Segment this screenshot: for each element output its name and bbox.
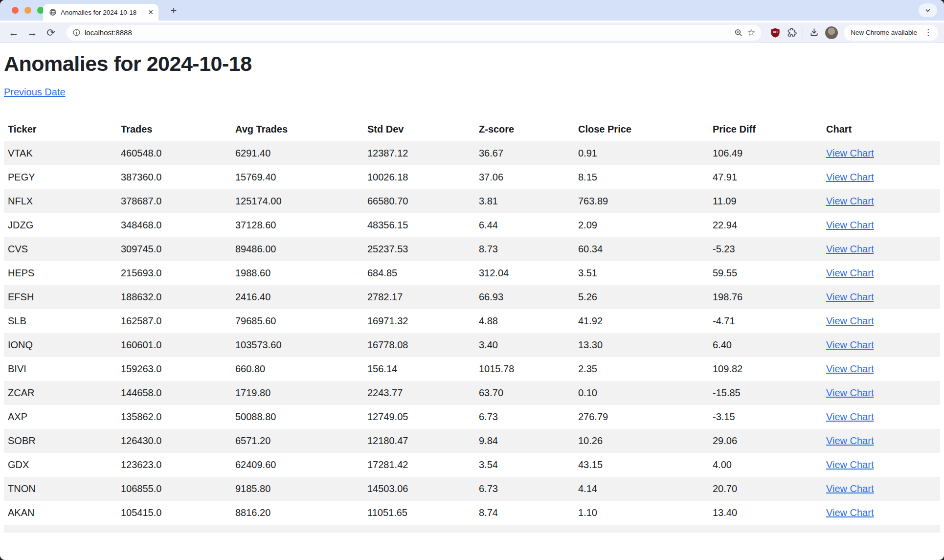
cell-chart: View Chart	[822, 213, 940, 237]
cell-chart: View Chart	[822, 429, 940, 453]
view-chart-link[interactable]: View Chart	[826, 435, 874, 446]
chevron-down-icon	[924, 7, 931, 14]
cell-avg_trades: 2416.40	[231, 285, 363, 309]
table-row: BIVI159263.0660.80156.141015.782.35109.8…	[4, 357, 940, 381]
cell-close_price: 3.51	[574, 261, 709, 285]
browser-menu-icon[interactable]: ⋮	[921, 27, 935, 38]
cell-z_score: 6.73	[475, 477, 574, 501]
cell-trades: 105415.0	[117, 501, 231, 525]
view-chart-link[interactable]: View Chart	[826, 339, 874, 350]
cell-chart: View Chart	[822, 261, 940, 285]
forward-button[interactable]: →	[24, 25, 40, 41]
cell-chart: View Chart	[822, 285, 940, 309]
cell-std_dev: 14503.06	[363, 477, 475, 501]
ublock-extension-icon[interactable]: UO	[770, 27, 781, 38]
window-controls	[12, 7, 44, 14]
cell-trades: 106855.0	[117, 477, 231, 501]
browser-tab[interactable]: Anomalies for 2024-10-18 ✕	[43, 4, 158, 21]
downloads-icon[interactable]	[809, 27, 819, 38]
previous-date-link[interactable]: Previous Date	[4, 87, 66, 98]
cell-trades: 135862.0	[117, 405, 231, 429]
view-chart-link[interactable]: View Chart	[826, 148, 874, 158]
view-chart-link[interactable]: View Chart	[826, 220, 874, 230]
view-chart-link[interactable]: View Chart	[826, 244, 874, 254]
cell-chart: View Chart	[822, 501, 940, 525]
cell-ticker: SOBR	[4, 429, 117, 453]
back-button[interactable]: ←	[6, 25, 22, 41]
table-row: SOBR126430.06571.2012180.479.8410.2629.0…	[4, 429, 940, 453]
cell-z_score: 9.84	[475, 429, 574, 453]
cell-close_price: 276.79	[574, 405, 709, 429]
tab-search-button[interactable]	[919, 3, 937, 17]
table-row: SLB162587.079685.6016971.324.8841.92-4.7…	[4, 309, 940, 333]
url-text[interactable]: localhost:8888	[85, 28, 730, 37]
column-header-close_price: Close Price	[574, 117, 709, 141]
view-chart-link[interactable]: View Chart	[826, 363, 874, 374]
partial-next-row	[4, 525, 940, 533]
cell-price_diff: 22.94	[709, 213, 822, 237]
cell-avg_trades: 9185.80	[231, 477, 363, 501]
table-header-row: TickerTradesAvg TradesStd DevZ-scoreClos…	[4, 117, 940, 141]
view-chart-link[interactable]: View Chart	[826, 459, 874, 470]
cell-z_score: 8.73	[475, 237, 574, 261]
cell-z_score: 36.67	[475, 141, 574, 165]
cell-close_price: 0.91	[574, 141, 709, 165]
cell-price_diff: 4.00	[709, 453, 822, 477]
table-row: VTAK460548.06291.4012387.1236.670.91106.…	[4, 141, 940, 165]
cell-ticker: CVS	[4, 237, 117, 261]
cell-z_score: 8.74	[475, 501, 574, 525]
view-chart-link[interactable]: View Chart	[826, 387, 874, 398]
bookmark-star-icon[interactable]: ☆	[747, 27, 755, 38]
tab-close-icon[interactable]: ✕	[148, 9, 154, 16]
toolbar-separator	[803, 28, 803, 38]
cell-avg_trades: 6291.40	[231, 141, 363, 165]
view-chart-link[interactable]: View Chart	[826, 411, 874, 422]
cell-price_diff: 106.49	[709, 141, 822, 165]
cell-z_score: 1015.78	[475, 357, 574, 381]
cell-chart: View Chart	[822, 357, 940, 381]
cell-std_dev: 12387.12	[363, 141, 475, 165]
view-chart-link[interactable]: View Chart	[826, 172, 874, 182]
new-tab-button[interactable]: +	[167, 4, 180, 17]
cell-ticker: PEGY	[4, 165, 117, 189]
table-row: CVS309745.089486.0025237.538.7360.34-5.2…	[4, 237, 940, 261]
cell-avg_trades: 1988.60	[231, 261, 363, 285]
profile-avatar[interactable]	[825, 26, 838, 39]
cell-price_diff: 109.82	[709, 357, 822, 381]
cell-ticker: SLB	[4, 309, 117, 333]
cell-trades: 144658.0	[117, 381, 231, 405]
cell-ticker: BIVI	[4, 357, 117, 381]
cell-trades: 309745.0	[117, 237, 231, 261]
cell-avg_trades: 79685.60	[231, 309, 363, 333]
cell-std_dev: 66580.70	[363, 189, 475, 213]
chrome-update-button[interactable]: New Chrome available ⋮	[844, 25, 938, 41]
window-close-button[interactable]	[12, 7, 19, 14]
zoom-page-icon[interactable]	[734, 28, 743, 37]
view-chart-link[interactable]: View Chart	[826, 268, 874, 278]
reload-button[interactable]: ⟳	[43, 25, 59, 41]
cell-ticker: JDZG	[4, 213, 117, 237]
cell-close_price: 8.15	[574, 165, 709, 189]
view-chart-link[interactable]: View Chart	[826, 315, 874, 326]
cell-avg_trades: 15769.40	[231, 165, 363, 189]
view-chart-link[interactable]: View Chart	[826, 291, 874, 302]
cell-close_price: 0.10	[574, 381, 709, 405]
cell-std_dev: 2782.17	[363, 285, 475, 309]
address-bar[interactable]: localhost:8888 ☆	[67, 25, 761, 41]
site-info-icon[interactable]	[72, 28, 81, 37]
view-chart-link[interactable]: View Chart	[826, 483, 874, 494]
cell-z_score: 312.04	[475, 261, 574, 285]
view-chart-link[interactable]: View Chart	[826, 507, 874, 518]
cell-z_score: 3.81	[475, 189, 574, 213]
view-chart-link[interactable]: View Chart	[826, 196, 874, 206]
cell-price_diff: -5.23	[709, 237, 822, 261]
cell-avg_trades: 660.80	[231, 357, 363, 381]
extensions-puzzle-icon[interactable]	[787, 27, 797, 38]
table-row: GDX123623.062409.6017281.423.5443.154.00…	[4, 453, 940, 477]
cell-price_diff: 11.09	[709, 189, 822, 213]
cell-z_score: 3.40	[475, 333, 574, 357]
cell-std_dev: 12180.47	[363, 429, 475, 453]
column-header-z_score: Z-score	[475, 117, 574, 141]
cell-price_diff: 6.40	[709, 333, 822, 357]
window-minimize-button[interactable]	[24, 7, 31, 14]
